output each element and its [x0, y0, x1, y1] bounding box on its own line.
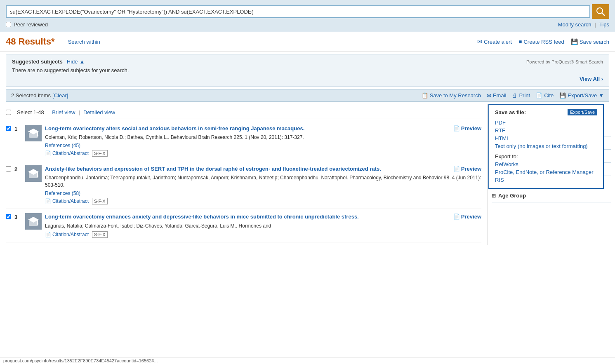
peer-reviewed-checkbox[interactable] — [6, 22, 11, 27]
result-3-links: 📄 Citation/Abstract S·F·X — [45, 231, 481, 238]
sfx-badge-2: S·F·X — [92, 198, 108, 204]
result-2-sfx-link[interactable]: S·F·X — [92, 198, 108, 204]
modify-search-link[interactable]: Modify search — [558, 21, 591, 28]
result-1-content: Long-term ovariectomy alters social and … — [45, 125, 481, 157]
sfx-badge-1: S·F·X — [92, 150, 108, 157]
hide-button[interactable]: Hide ▲ — [67, 59, 85, 65]
save-research-link[interactable]: 📋 Save to My Research — [422, 92, 481, 99]
pdf-link[interactable]: PDF — [495, 119, 597, 127]
export-file-list: PDF RTF HTML Text only (no images or tex… — [495, 119, 597, 150]
save-search-link[interactable]: 💾 Save search — [571, 38, 609, 45]
svg-point-13 — [37, 223, 38, 225]
refworks-option[interactable]: RefWorks — [495, 160, 597, 168]
result-3-sfx-link[interactable]: S·F·X — [92, 231, 108, 238]
view-all-link[interactable]: View All › — [580, 76, 603, 82]
svg-line-1 — [602, 13, 605, 16]
up-arrow-icon: ▲ — [80, 59, 85, 65]
results-header: 48 Results* Search within ✉ Create alert… — [0, 32, 615, 52]
pdf-option[interactable]: PDF — [495, 119, 597, 127]
clear-link[interactable]: [Clear] — [52, 92, 68, 99]
result-2-checkbox[interactable] — [6, 166, 11, 171]
table-row: 1 Long-term ovariectomy alters social an… — [6, 121, 481, 161]
results-count: 48 Results* — [6, 36, 55, 47]
procite-option[interactable]: ProCite, EndNote, or Reference Manager — [495, 168, 597, 176]
result-3-title-link[interactable]: Long-term ovariectomy enhances anxiety a… — [45, 213, 359, 221]
result-3-citation-link[interactable]: 📄 Citation/Abstract — [45, 232, 89, 237]
rss-icon: ■ — [518, 38, 522, 45]
search-within-button[interactable]: Search within — [68, 39, 100, 45]
result-1-citation-link[interactable]: 📄 Citation/Abstract — [45, 150, 89, 156]
refworks-link[interactable]: RefWorks — [495, 160, 597, 168]
search-button[interactable] — [592, 4, 609, 19]
preview-icon-2: 📄 — [453, 165, 460, 173]
citation-icon-2: 📄 — [45, 198, 51, 204]
text-only-link[interactable]: Text only (no images or text formatting) — [495, 142, 597, 150]
powered-by-text: Powered by ProQuest® Smart Search — [526, 59, 603, 64]
age-group-title[interactable]: ⊞ Age Group — [492, 193, 611, 199]
result-1-preview-link[interactable]: 📄 Preview — [453, 125, 481, 132]
result-2-refs-link[interactable]: References (58) — [45, 190, 80, 196]
result-1-thumbnail — [25, 125, 42, 141]
svg-point-5 — [37, 135, 38, 136]
graduation-cap-icon-3 — [27, 215, 40, 228]
result-2-citation-label: Citation/Abstract — [52, 198, 89, 204]
result-2-preview-label: Preview — [461, 165, 481, 173]
result-2-preview-link[interactable]: 📄 Preview — [453, 165, 481, 173]
result-1-preview-label: Preview — [461, 125, 481, 132]
result-3-preview-link[interactable]: 📄 Preview — [453, 213, 481, 221]
text-only-option[interactable]: Text only (no images or text formatting) — [495, 142, 597, 150]
result-1-title-link[interactable]: Long-term ovariectomy alters social and … — [45, 125, 304, 132]
selected-actions: 📋 Save to My Research ✉ Email 🖨 Print 📄 … — [422, 92, 604, 99]
tips-link[interactable]: Tips — [599, 21, 609, 28]
view-all-section: View All › — [12, 76, 603, 82]
result-1-checkbox[interactable] — [6, 126, 11, 131]
email-link[interactable]: ✉ Email — [487, 92, 507, 99]
procite-link[interactable]: ProCite, EndNote, or Reference Manager — [495, 168, 597, 176]
rtf-link[interactable]: RTF — [495, 127, 597, 134]
preview-icon-1: 📄 — [453, 125, 460, 132]
selected-toolbar: 2 Selected items [Clear] 📋 Save to My Re… — [6, 89, 609, 102]
detailed-view-button[interactable]: Detailed view — [83, 109, 115, 115]
rtf-option[interactable]: RTF — [495, 127, 597, 134]
create-alert-link[interactable]: ✉ Create alert — [477, 38, 512, 45]
result-1-sfx-link[interactable]: S·F·X — [92, 150, 108, 157]
cite-link[interactable]: 📄 Cite — [536, 92, 554, 99]
result-3-meta: Lagunas, Natalia; Calmarza-Font, Isabel;… — [45, 222, 481, 230]
result-1-refs-link[interactable]: References (45) — [45, 143, 80, 148]
save-icon: 💾 — [571, 38, 578, 45]
print-label: Print — [519, 92, 530, 99]
select-label: Select 1-48 — [17, 109, 44, 115]
export-to-label: Export to: — [495, 153, 597, 160]
svg-point-0 — [597, 8, 603, 14]
export-save-label: Export/Save — [568, 92, 597, 99]
result-2-title-link[interactable]: Anxiety-like behaviors and expression of… — [45, 165, 381, 173]
export-dropdown: Save as file: Export/Save PDF RTF HTML T… — [488, 104, 604, 189]
print-link[interactable]: 🖨 Print — [512, 92, 530, 99]
svg-point-9 — [37, 175, 38, 177]
result-2-number: 2 — [14, 166, 22, 172]
result-3-number: 3 — [14, 214, 22, 220]
expand-age-icon: ⊞ — [492, 193, 496, 199]
export-save-link[interactable]: 💾 Export/Save ▼ — [559, 92, 604, 99]
ris-link[interactable]: RIS — [495, 176, 597, 184]
brief-view-button[interactable]: Brief view — [52, 109, 75, 115]
search-input[interactable]: su(EXACT.EXACT.EXPLODE("Ovariectomy" OR … — [6, 5, 590, 18]
html-option[interactable]: HTML — [495, 134, 597, 142]
save-as-file-label: Save as file: — [495, 109, 526, 115]
sfx-badge-3: S·F·X — [92, 231, 108, 238]
result-3-checkbox[interactable] — [6, 214, 11, 219]
graduation-cap-icon-2 — [27, 167, 40, 180]
create-rss-link[interactable]: ■ Create RSS feed — [518, 38, 564, 45]
result-1-links: 📄 Citation/Abstract S·F·X — [45, 150, 481, 157]
html-link[interactable]: HTML — [495, 134, 597, 142]
select-all-checkbox[interactable] — [6, 110, 11, 115]
peer-reviewed-label: Peer reviewed — [14, 21, 48, 28]
citation-icon-3: 📄 — [45, 232, 51, 237]
results-actions: ✉ Create alert ■ Create RSS feed 💾 Save … — [477, 38, 609, 45]
suggested-subjects-panel: Suggested subjects Hide ▲ Powered by Pro… — [6, 54, 609, 87]
result-2-citation-link[interactable]: 📄 Citation/Abstract — [45, 198, 89, 204]
search-icon — [596, 7, 605, 16]
export-icon: 💾 — [559, 92, 566, 99]
export-tag: Export/Save — [568, 109, 597, 115]
ris-option[interactable]: RIS — [495, 176, 597, 184]
